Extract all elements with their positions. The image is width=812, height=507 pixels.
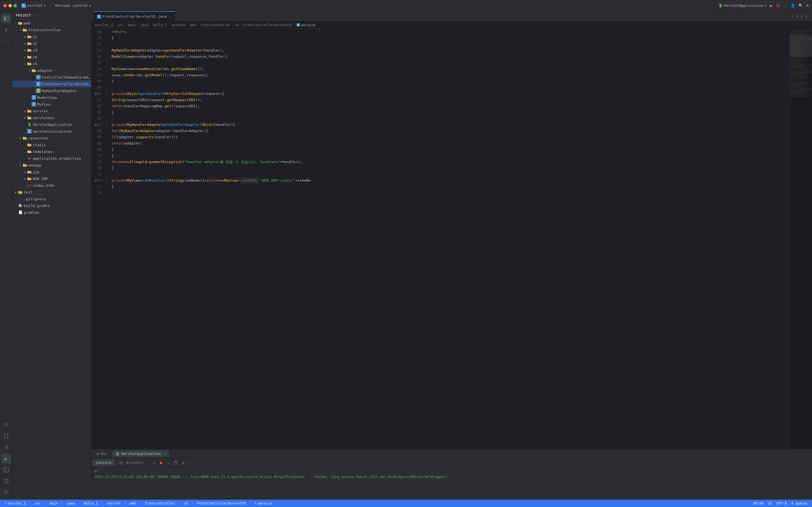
find-icon[interactable] xyxy=(1,420,11,430)
status-item-2[interactable]: main xyxy=(49,501,59,505)
editor-tab-frontcontrollerservletv5[interactable]: C FrontControllerServletV5.java × xyxy=(94,11,175,21)
status-item-3[interactable]: java xyxy=(65,501,76,505)
tree-item-application.properties[interactable]: ⚙ application.properties xyxy=(12,155,91,162)
more-actions-icon[interactable]: ⋮ xyxy=(783,3,787,8)
tree-item-templates[interactable]: templates xyxy=(12,148,91,155)
tree-item-v3[interactable]: ▶ v3 xyxy=(12,47,91,54)
run-button[interactable]: ▶ xyxy=(770,3,772,8)
tree-item-frontcontroller[interactable]: ▾ frontcontroller xyxy=(12,26,91,33)
tree-item-webapp[interactable]: ▾ webapp xyxy=(12,162,91,168)
scroll-up-icon[interactable]: ▲ xyxy=(801,14,803,18)
tree-item-ServletInitializer[interactable]: C ServletInitializer xyxy=(12,128,91,135)
tree-item-servlet[interactable]: ▶ servlet xyxy=(12,108,91,114)
tree-item-gradlew[interactable]: 📄 gradlew xyxy=(12,209,91,216)
settings-icon[interactable]: ⚙ xyxy=(806,3,809,8)
status-item-1[interactable]: src xyxy=(34,501,42,505)
problems-icon[interactable] xyxy=(1,476,11,486)
status-right-item-3[interactable]: 4 spaces xyxy=(790,501,809,505)
breadcrumb-servlet[interactable]: servlet xyxy=(171,23,186,27)
tree-item-servletmvc[interactable]: ▶ servletmvc xyxy=(12,114,91,121)
breadcrumb-service[interactable]: C service xyxy=(297,23,315,27)
status-item-4[interactable]: hello_2 xyxy=(82,501,99,505)
status-item-10[interactable]: C service xyxy=(253,501,273,505)
actuator-tab[interactable]: Actuator xyxy=(116,459,147,466)
tree-item-static[interactable]: static xyxy=(12,142,91,148)
breadcrumb-java[interactable]: java xyxy=(140,23,148,27)
status-item-8[interactable]: v5 xyxy=(183,501,189,505)
stop-button[interactable]: ■ xyxy=(158,459,164,466)
debug-icon[interactable]: 🐞 xyxy=(776,3,780,8)
breadcrumb-hello-2[interactable]: hello_2 xyxy=(153,23,167,27)
minimap-line xyxy=(790,34,803,35)
tree-item-v1[interactable]: ▶ v1 xyxy=(12,33,91,40)
project-dropdown-arrow[interactable]: ▾ xyxy=(34,14,36,17)
version-control-button[interactable]: Version control ▾ xyxy=(55,3,91,8)
profile-icon[interactable]: 👤 xyxy=(791,3,795,8)
tree-item-ControllerV3HandlerAdapter[interactable]: C ControllerV3HandlerAdapter xyxy=(12,74,91,80)
status-item-7[interactable]: frontcontroller xyxy=(144,501,176,505)
clear-console-button[interactable] xyxy=(172,459,179,466)
tree-item-.gitignore[interactable]: ⑂ .gitignore xyxy=(12,195,91,202)
title-bar: S servlet ▾ | Version control ▾ 🍃 Servle… xyxy=(0,0,812,11)
more-tools-icon[interactable]: ··· xyxy=(1,36,11,46)
breadcrumb-src[interactable]: src xyxy=(117,23,123,27)
tree-item-WEB-INF[interactable]: ▶ WEB-INF xyxy=(12,175,91,182)
ide-settings-icon[interactable] xyxy=(1,487,11,497)
tree-item-build.gradle[interactable]: 🐘 build.gradle xyxy=(12,202,91,209)
code-area[interactable]: return; } MyHandlerAdapter adapter = get… xyxy=(107,29,790,449)
tree-item-test[interactable]: ▶ test xyxy=(12,189,91,195)
tree-item-jsp[interactable]: ▶ jsp xyxy=(12,168,91,175)
tree-item-v2[interactable]: ▶ v2 xyxy=(12,40,91,47)
status-item-0[interactable]: ⑂ servlet_2 xyxy=(3,501,27,505)
bookmark-icon[interactable] xyxy=(1,431,11,441)
scroll-to-end-button[interactable]: ↓ xyxy=(165,459,172,466)
breadcrumb-frontcontroller[interactable]: frontcontroller xyxy=(200,23,231,27)
tree-item-v4[interactable]: ▶ v4 xyxy=(12,54,91,60)
minimap-line xyxy=(790,75,809,75)
breadcrumb-frontcontrollerservletv5[interactable]: FrontControllerServletV5 xyxy=(243,23,292,27)
tab-menu-button[interactable]: ⋮ xyxy=(481,13,487,19)
tree-item-v5[interactable]: ▾ v5 xyxy=(12,60,91,67)
print-button[interactable]: 🖨 xyxy=(180,459,186,466)
status-right-item-0[interactable]: 49:64 xyxy=(752,501,765,505)
status-item-6[interactable]: web xyxy=(129,501,137,505)
scroll-down-icon[interactable]: ▼ xyxy=(805,14,808,18)
tree-item-MyView[interactable]: C MyView xyxy=(12,101,91,108)
search-icon[interactable]: 🔍 xyxy=(799,3,803,8)
minimize-button[interactable] xyxy=(8,4,12,7)
terminal-icon[interactable] xyxy=(1,465,11,475)
tree-item-adapter[interactable]: ▾ adapter xyxy=(12,67,91,74)
close-button[interactable] xyxy=(3,4,7,7)
maximize-button[interactable] xyxy=(13,4,17,7)
status-item-5[interactable]: servlet xyxy=(105,501,122,505)
tree-item-resources[interactable]: ▾ resources xyxy=(12,135,91,142)
restart-button[interactable]: ↺ xyxy=(150,459,157,466)
tree-item-ModelView[interactable]: C ModelView xyxy=(12,94,91,101)
servlet-app-tab-close[interactable]: × xyxy=(164,452,166,455)
tree-item-ServletApplication[interactable]: 🍃 ServletApplication xyxy=(12,121,91,128)
breadcrumb-servlet-2[interactable]: servlet_2 xyxy=(95,23,113,27)
breadcrumb-v5[interactable]: v5 xyxy=(235,23,239,27)
commit-icon[interactable] xyxy=(1,25,11,35)
console-tab[interactable]: Console xyxy=(93,459,115,466)
breadcrumb-main[interactable]: main xyxy=(128,23,136,27)
status-right-item-2[interactable]: UTF-8 xyxy=(775,501,788,505)
project-selector[interactable]: S servlet ▾ xyxy=(21,3,46,8)
database-icon[interactable]: 🗄 xyxy=(1,442,11,452)
tree-item-MyHandlerAdapter[interactable]: I MyHandlerAdapter xyxy=(12,87,91,94)
run-config-selector[interactable]: 🍃 ServletApplication ▾ xyxy=(718,3,767,8)
more-button[interactable]: ⋮ xyxy=(187,459,194,466)
breadcrumb-web[interactable]: web xyxy=(190,23,196,27)
status-right-item-1[interactable]: LF xyxy=(767,501,773,505)
tree-item-index.html[interactable]: </> index.html xyxy=(12,182,91,189)
minimap[interactable] xyxy=(790,29,812,449)
tree-item-FrontControllerServletV5[interactable]: C FrontControllerServletV5 xyxy=(12,80,91,87)
tree-item-web[interactable]: ▾ web xyxy=(12,20,91,26)
status-item-9[interactable]: FrontControllerServletV5 xyxy=(196,501,247,505)
servlet-app-tab[interactable]: 🍃 ServletApplication × xyxy=(112,450,169,457)
run-tab[interactable]: ▶ Run xyxy=(94,450,111,457)
sidebar-toggle-icon[interactable] xyxy=(1,13,11,24)
tab-close-button[interactable]: × xyxy=(168,14,171,19)
run-dashboard-icon[interactable]: ▶ xyxy=(1,453,11,464)
line-num-text: 59 xyxy=(97,84,101,91)
